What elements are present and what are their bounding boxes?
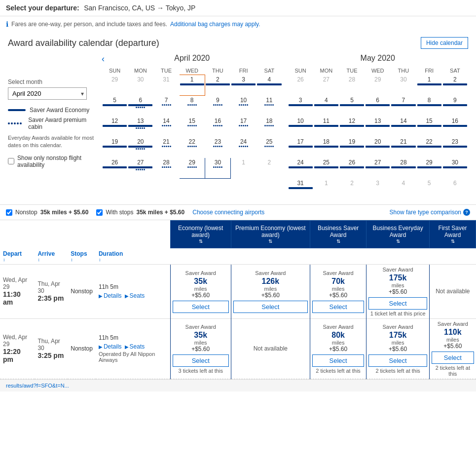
calendar-day[interactable]: 17 [231,117,256,137]
calendar-day[interactable]: 27 [128,158,153,179]
calendar-day[interactable]: 8 [416,96,442,117]
first-saver-select-button[interactable]: Select [432,352,474,364]
calendar-day[interactable]: 21 [391,137,416,158]
calendar-day[interactable]: 17 [288,137,313,158]
calendar-day[interactable]: 26 [339,158,365,179]
calendar-day[interactable]: 22 [179,137,205,158]
calendar-day[interactable]: 6 [365,96,391,117]
with-stops-checkbox[interactable] [96,209,103,216]
economy-select-button[interactable]: Select [173,301,229,313]
calendar-day[interactable]: 7 [153,96,179,117]
calendar-day[interactable]: 8 [179,96,205,117]
business-saver-select-button[interactable]: Select [312,354,364,367]
calendar-day[interactable]: 31 [288,179,313,199]
calendar-day[interactable]: 2 [256,158,282,179]
calendar-day[interactable]: 18 [256,117,282,137]
details-link[interactable]: ▶ Details [99,292,122,299]
calendar-day[interactable]: 6 [442,179,468,199]
calendar-day[interactable]: 11 [313,117,339,137]
premium-economy-select-button[interactable]: Select [233,301,308,313]
calendar-day[interactable]: 29 [179,158,205,179]
calendar-day[interactable]: 20 [128,137,153,158]
calendar-day[interactable]: 14 [391,117,416,137]
calendar-day[interactable]: 28 [339,75,365,96]
calendar-day[interactable]: 2 [442,75,468,96]
calendar-day[interactable]: 12 [339,117,365,137]
calendar-day[interactable]: 15 [416,117,442,137]
seats-link[interactable]: ▶ Seats [125,343,145,350]
calendar-day[interactable]: 9 [205,96,230,117]
month-select[interactable]: April 2020 May 2020 June 2020 [8,87,87,100]
economy-select-button[interactable]: Select [173,354,229,367]
calendar-day[interactable]: 24 [231,137,256,158]
business-everyday-select-button[interactable]: Select [368,354,427,367]
calendar-day[interactable]: 9 [442,96,468,117]
calendar-day[interactable]: 3 [231,75,256,96]
show-fare-comparison-link[interactable]: Show fare type comparison [390,209,461,216]
calendar-day[interactable]: 30 [205,158,230,179]
month-select-wrapper[interactable]: April 2020 May 2020 June 2020 ▾ [8,87,87,100]
choose-airports-link[interactable]: Choose connecting airports [192,209,264,216]
calendar-day[interactable]: 20 [365,137,391,158]
business-everyday-select-button[interactable]: Select [368,297,427,310]
duration-col-header[interactable]: Duration ↕ [96,248,170,265]
calendar-day[interactable]: 4 [313,96,339,117]
calendar-day[interactable]: 16 [442,117,468,137]
calendar-day[interactable]: 30 [391,75,416,96]
calendar-day[interactable]: 28 [153,158,179,179]
calendar-day[interactable]: 23 [205,137,230,158]
stops-col-header[interactable]: Stops ↕ [68,248,96,265]
calendar-day[interactable]: 4 [391,179,416,199]
calendar-day[interactable]: 1 [231,158,256,179]
calendar-day[interactable]: 31 [153,75,179,96]
calendar-day[interactable]: 25 [256,137,282,158]
calendar-day[interactable]: 27 [365,158,391,179]
calendar-day[interactable]: 14 [153,117,179,137]
bag-charges-link[interactable]: Additional bag charges may apply. [170,21,260,28]
calendar-day[interactable]: 12 [102,117,128,137]
calendar-day[interactable]: 3 [288,96,313,117]
calendar-day[interactable]: 25 [313,158,339,179]
calendar-day[interactable]: 21 [153,137,179,158]
calendar-day[interactable]: 29 [416,158,442,179]
calendar-day[interactable]: 1 [313,179,339,199]
calendar-day[interactable]: 10 [231,96,256,117]
calendar-day[interactable]: 2 [205,75,230,96]
hide-calendar-button[interactable]: Hide calendar [421,37,468,49]
calendar-day[interactable]: 26 [102,158,128,179]
details-link[interactable]: ▶ Details [99,343,122,350]
show-nonstop-checkbox[interactable] [8,158,14,164]
calendar-day[interactable]: 5 [339,96,365,117]
help-icon[interactable]: ? [463,209,470,216]
calendar-day[interactable]: 2 [339,179,365,199]
calendar-day[interactable]: 30 [442,158,468,179]
calendar-day[interactable]: 29 [102,75,128,96]
calendar-day[interactable]: 13 [365,117,391,137]
calendar-day[interactable]: 4 [256,75,282,96]
calendar-day[interactable]: 16 [205,117,230,137]
calendar-day[interactable]: 18 [313,137,339,158]
arrive-col-header[interactable]: Arrive ↕ [35,248,68,265]
nonstop-checkbox[interactable] [6,209,12,216]
calendar-day[interactable]: 23 [442,137,468,158]
calendar-day[interactable]: 15 [179,117,205,137]
calendar-day[interactable]: 29 [365,75,391,96]
calendar-day[interactable]: 24 [288,158,313,179]
calendar-day[interactable]: 1 [179,75,205,96]
calendar-day[interactable]: 28 [391,158,416,179]
calendar-day[interactable]: 19 [102,137,128,158]
calendar-day[interactable]: 26 [288,75,313,96]
calendar-day[interactable]: 27 [313,75,339,96]
calendar-day[interactable]: 30 [128,75,153,96]
calendar-day[interactable]: 5 [416,179,442,199]
calendar-day[interactable]: 11 [256,96,282,117]
depart-col-header[interactable]: Depart ↕ [0,248,35,265]
calendar-day[interactable]: 5 [102,96,128,117]
calendar-day[interactable]: 19 [339,137,365,158]
seats-link[interactable]: ▶ Seats [125,292,145,299]
calendar-day[interactable]: 22 [416,137,442,158]
calendar-day[interactable]: 10 [288,117,313,137]
calendar-day[interactable]: 13 [128,117,153,137]
calendar-day[interactable]: 6 [128,96,153,117]
calendar-day[interactable]: 3 [365,179,391,199]
